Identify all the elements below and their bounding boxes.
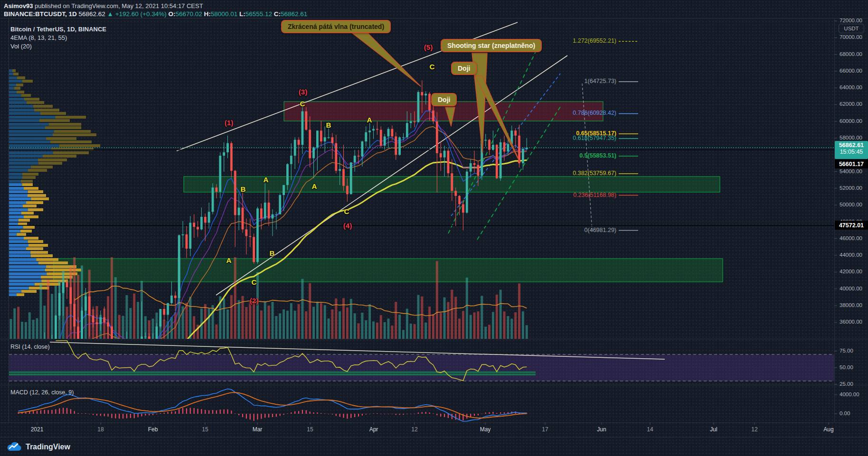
macd-pane-label: MACD (12, 26, close, 9) xyxy=(10,389,74,396)
wave-label-B: B xyxy=(241,185,246,193)
tradingview-published-chart: Asimov93 published on TradingView.com, M… xyxy=(0,0,868,456)
price-line-badge-56601: 56601.17 xyxy=(835,159,868,168)
time-axis-label: 17 xyxy=(531,426,559,433)
fib-level-label: 0.5(55853.51) xyxy=(579,152,616,159)
header-segment: published on TradingView.com, May 12, 20… xyxy=(33,2,203,9)
header-segment: 58000.01 xyxy=(211,10,239,18)
price-axis-label: 44000.00 xyxy=(840,252,862,258)
time-axis-label: 14 xyxy=(636,426,664,433)
header-segment: O: xyxy=(169,10,176,18)
current-price-value: 56862.61 xyxy=(835,141,868,149)
wave-label-A: A xyxy=(264,176,269,184)
wave-label-A: A xyxy=(312,182,317,190)
header-segment: C: xyxy=(274,10,281,18)
footer-bar: TradingView xyxy=(0,437,868,456)
callout-annotation[interactable]: Doji xyxy=(451,62,477,75)
wave-label-C: C xyxy=(344,207,349,215)
callout-annotation[interactable]: Zkrácená pátá vlna (truncated) xyxy=(281,20,391,33)
wave-label-2: (2) xyxy=(250,297,258,305)
time-axis-label: 18 xyxy=(86,426,115,433)
fib-level-label: 1(64725.73) xyxy=(585,78,616,84)
header-segment: BINANCE:BTCUSDT, 1D xyxy=(4,10,79,18)
price-axis-label: 50000.00 xyxy=(840,202,862,207)
fib-level-label: 0.618(57947.35) xyxy=(573,135,616,141)
time-axis-label: Feb xyxy=(139,426,167,433)
time-axis-label: Apr xyxy=(359,426,388,433)
price-axis-label: 72000.00 xyxy=(840,18,862,23)
fib-level-label: 0.236(51168.98) xyxy=(573,192,616,198)
macd-axis-label: 4000.00 xyxy=(840,391,859,397)
time-axis-label: Jun xyxy=(587,426,616,433)
time-axis-label: May xyxy=(471,426,500,433)
wave-label-C: C xyxy=(252,278,257,286)
price-axis-label: 52000.00 xyxy=(840,185,862,191)
rsi-axis-label: 25.00 xyxy=(840,381,853,387)
fib-level-label: 0(46981.29) xyxy=(585,227,616,233)
header-segment: Asimov93 xyxy=(4,2,33,9)
header-segment: L: xyxy=(239,10,245,18)
time-axis-label: Jul xyxy=(699,426,728,433)
legend-symbol: Bitcoin / TetherUS, 1D, BINANCE xyxy=(10,26,106,33)
wave-label-5: (5) xyxy=(424,43,433,51)
header-segment: 56670.02 xyxy=(176,10,204,18)
price-axis-label: 66000.00 xyxy=(840,68,862,74)
fib-level-label: 1.272(69552.21) xyxy=(573,37,616,44)
symbol-ohlc-row: BINANCE:BTCUSDT, 1D 56862.62 ▲ +192.60 (… xyxy=(4,10,307,18)
current-price-badge: 56862.61 15:05:45 xyxy=(835,141,868,159)
price-axis-label: 42000.00 xyxy=(840,269,862,274)
fib-level-label: 0.786(60928.42) xyxy=(573,110,616,116)
published-info: Asimov93 published on TradingView.com, M… xyxy=(4,2,203,9)
price-axis-label: 54000.00 xyxy=(840,168,862,174)
time-axis-label: 15 xyxy=(191,426,219,433)
price-axis-unit-badge[interactable]: USDT xyxy=(839,24,864,33)
price-axis-label: 58000.00 xyxy=(840,135,862,140)
time-axis-label: Mar xyxy=(243,426,272,433)
price-axis-label: 64000.00 xyxy=(840,84,862,90)
price-axis-label: 62000.00 xyxy=(840,101,862,107)
time-axis-label: 15 xyxy=(296,426,324,433)
wave-label-A: A xyxy=(226,256,232,264)
header-segment: 56862.61 xyxy=(281,10,307,18)
wave-label-C: C xyxy=(430,63,435,71)
wave-label-4: (4) xyxy=(343,222,352,230)
price-axis-label: 40000.00 xyxy=(840,286,862,291)
price-axis-label: 38000.00 xyxy=(840,302,862,308)
time-axis-label: 2021 xyxy=(23,426,51,433)
price-axis-label: 70000.00 xyxy=(840,34,862,40)
header-segment: ▲ +192.60 (+0.34%) xyxy=(107,10,169,18)
price-axis-label: 68000.00 xyxy=(840,51,862,57)
wave-label-A: A xyxy=(367,116,372,124)
bar-countdown: 15:05:45 xyxy=(835,149,868,155)
time-axis-label: 12 xyxy=(740,426,769,433)
price-axis-label: 36000.00 xyxy=(840,319,862,325)
wave-label-B: B xyxy=(326,121,331,129)
macd-axis-label: 0.00 xyxy=(840,410,850,416)
rsi-pane-label: RSI (14, close) xyxy=(10,344,50,350)
wave-label-1: (1) xyxy=(225,119,233,127)
fib-level-label: 0.382(53759.67) xyxy=(573,170,616,177)
tradingview-logo-text[interactable]: TradingView xyxy=(26,443,70,451)
callout-annotation[interactable]: Shooting star (zneplatněno) xyxy=(441,39,542,52)
rsi-axis-label: 75.00 xyxy=(840,348,853,354)
header-segment: 56555.12 xyxy=(245,10,274,18)
wave-label-C: C xyxy=(300,100,305,108)
wave-label-B: B xyxy=(270,249,275,257)
legend-ema-indicator: 4EMA (8, 13, 21, 55) xyxy=(10,34,67,41)
time-axis-label: 12 xyxy=(400,426,429,433)
callout-annotation[interactable]: Doji xyxy=(431,93,457,106)
time-axis-label: Aug xyxy=(814,426,843,433)
price-axis-label: 46000.00 xyxy=(840,235,862,241)
wave-label-3: (3) xyxy=(299,88,307,96)
rsi-axis-label: 50.00 xyxy=(840,364,853,370)
tradingview-logo-icon[interactable] xyxy=(7,441,22,453)
legend-volume-indicator: Vol (20) xyxy=(10,43,32,50)
price-line-badge-47572: 47572.01 xyxy=(835,221,868,230)
price-axis-label: 60000.00 xyxy=(840,118,862,124)
header-segment: 56862.62 xyxy=(79,10,107,18)
header-segment: H: xyxy=(204,10,211,18)
